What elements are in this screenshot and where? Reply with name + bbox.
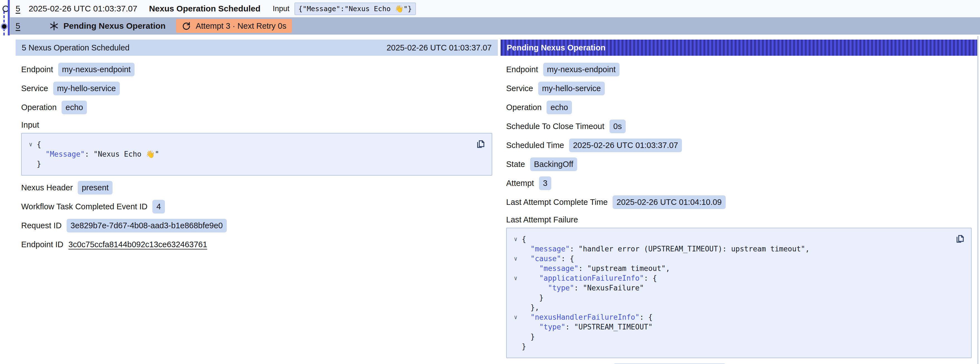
field-service: Service my-hello-service (21, 81, 492, 95)
field-label: Workflow Task Completed Event ID (21, 202, 147, 211)
field-workflow-task-completed-event-id: Workflow Task Completed Event ID 4 (21, 200, 492, 214)
field-last-attempt-complete-time: Last Attempt Complete Time 2025-02-26 UT… (506, 195, 972, 209)
event-id-link[interactable]: 5 (16, 21, 20, 31)
state-badge: BackingOff (530, 158, 577, 171)
copy-icon[interactable] (475, 139, 486, 150)
field-value-badge: my-nexus-endpoint (58, 63, 135, 77)
field-value-badge: echo (62, 101, 87, 114)
field-endpoint: Endpoint my-nexus-endpoint (506, 63, 972, 77)
event-id-link[interactable]: 5 (16, 4, 20, 13)
field-value-badge: echo (547, 101, 572, 114)
scheduled-panel-title: 5 Nexus Operation Scheduled (22, 43, 129, 53)
event-title: Nexus Operation Scheduled (149, 4, 261, 13)
field-value-badge: 3e829b7e-7d67-4b08-aad3-b1e868bfe9e0 (67, 219, 227, 232)
field-label: Attempt (506, 179, 534, 188)
scheduled-panel-timestamp: 2025-02-26 UTC 01:03:37.07 (387, 43, 492, 53)
collapse-chevron-icon[interactable]: ∨ (24, 140, 37, 149)
copy-icon[interactable] (955, 233, 966, 244)
field-operation: Operation echo (21, 101, 492, 114)
event-row-scheduled[interactable]: 5 2025-02-26 UTC 01:03:37.07 Nexus Opera… (10, 0, 980, 17)
field-value-badge: 2025-02-26 UTC 01:04:10.09 (612, 195, 725, 209)
field-value-badge: present (78, 181, 113, 195)
field-value-badge: my-nexus-endpoint (543, 63, 620, 77)
field-label: Nexus Header (21, 183, 73, 192)
field-value-badge: 3 (539, 176, 551, 190)
field-attempt: Attempt 3 (506, 176, 972, 190)
field-scheduled-time: Scheduled Time 2025-02-26 UTC 01:03:37.0… (506, 139, 972, 152)
field-label: Endpoint ID (21, 240, 64, 249)
field-label: Request ID (21, 221, 62, 230)
field-service: Service my-hello-service (506, 81, 972, 95)
field-label: Last Attempt Complete Time (506, 198, 608, 207)
field-endpoint-id: Endpoint ID 3c0c75ccfa8144b092c13ce63246… (21, 238, 492, 251)
timeline-node-filled-icon (1, 23, 8, 30)
pending-event-title: Pending Nexus Operation (64, 21, 166, 31)
last-attempt-failure-label: Last Attempt Failure (506, 215, 972, 224)
collapse-chevron-icon[interactable]: ∨ (509, 273, 522, 283)
field-label: Operation (506, 103, 541, 112)
scrollbar[interactable] (977, 36, 978, 364)
event-timestamp: 2025-02-26 UTC 01:03:37.07 (29, 4, 137, 13)
field-schedule-to-close-timeout: Schedule To Close Timeout 0s (506, 120, 972, 133)
pending-panel-header: Pending Nexus Operation (501, 40, 977, 56)
field-operation: Operation echo (506, 101, 972, 114)
field-label: Scheduled Time (506, 141, 564, 150)
field-value-badge: my-hello-service (53, 81, 120, 95)
input-json-viewer: ∨{ "Message": "Nexus Echo 👋"} (21, 133, 492, 176)
timeline-active-bar (8, 0, 10, 35)
pending-panel-title: Pending Nexus Operation (507, 43, 606, 53)
event-input-label: Input (273, 5, 290, 13)
scheduled-panel-header: 5 Nexus Operation Scheduled 2025-02-26 U… (16, 40, 498, 56)
field-state: State BackingOff (506, 158, 972, 171)
field-label: Schedule To Close Timeout (506, 122, 605, 131)
field-request-id: Request ID 3e829b7e-7d67-4b08-aad3-b1e86… (21, 219, 492, 232)
field-nexus-header: Nexus Header present (21, 181, 492, 195)
retry-attempt-badge: Attempt 3 · Next Retry 0s (176, 19, 292, 33)
input-section-label: Input (21, 120, 492, 129)
field-label: Endpoint (506, 65, 538, 74)
field-label: State (506, 160, 525, 169)
scheduled-event-panel: 5 Nexus Operation Scheduled 2025-02-26 U… (16, 40, 498, 260)
field-value-badge: 4 (153, 200, 165, 214)
pending-operation-panel: Pending Nexus Operation Endpoint my-nexu… (501, 40, 977, 364)
retry-badge-label: Attempt 3 · Next Retry 0s (196, 21, 286, 31)
collapse-chevron-icon[interactable]: ∨ (509, 235, 522, 244)
endpoint-id-link[interactable]: 3c0c75ccfa8144b092c13ce632463761 (68, 240, 207, 249)
pending-asterisk-icon (49, 21, 59, 31)
field-label: Service (506, 84, 533, 93)
field-endpoint: Endpoint my-nexus-endpoint (21, 63, 492, 77)
event-row-pending[interactable]: 5 Pending Nexus Operation Attempt 3 · Ne… (10, 17, 980, 35)
field-label: Endpoint (21, 65, 53, 74)
collapse-chevron-icon[interactable]: ∨ (509, 254, 522, 263)
event-input-preview: {"Message":"Nexus Echo 👋"} (294, 3, 415, 15)
field-value-badge: 0s (609, 120, 626, 133)
field-label: Operation (21, 103, 57, 112)
retry-icon (181, 21, 191, 31)
last-attempt-failure-json-viewer: ∨{ "message": "handler error (UPSTREAM_T… (506, 228, 972, 358)
field-label: Service (21, 84, 48, 93)
field-value-badge: 2025-02-26 UTC 01:03:37.07 (569, 139, 682, 152)
collapse-chevron-icon[interactable]: ∨ (509, 313, 522, 322)
field-value-badge: my-hello-service (538, 81, 605, 95)
